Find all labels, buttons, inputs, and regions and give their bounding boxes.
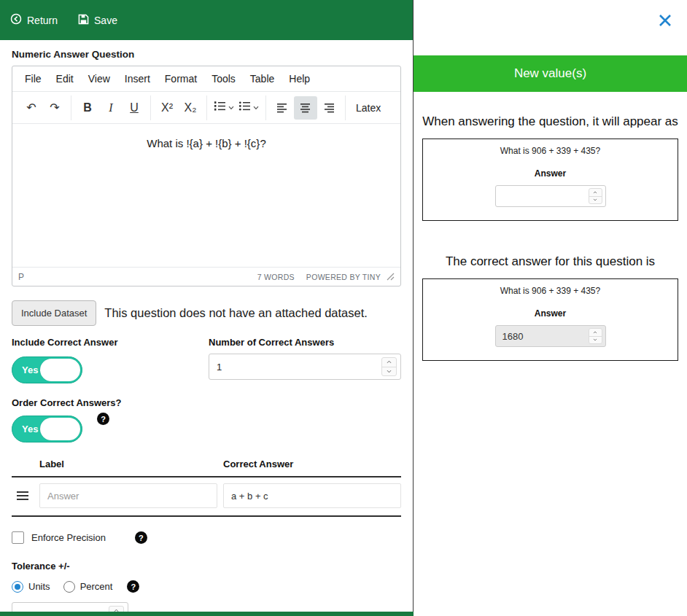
enforce-precision-label: Enforce Precision [31,532,106,543]
undo-icon[interactable]: ↶ [20,96,43,120]
toggle-knob [40,359,80,381]
editor-menubar: File Edit View Insert Format Tools Table… [12,66,400,92]
units-radio[interactable] [12,581,23,593]
editor-topbar: Return Save [0,0,413,40]
stepper-up-icon[interactable] [589,189,602,197]
include-correct-answer-toggle[interactable]: Yes [12,356,82,383]
save-button[interactable]: Save [78,14,117,27]
close-icon[interactable] [656,12,674,29]
dataset-section: Include Dataset This question does not h… [12,300,401,326]
include-correct-answer-label: Include Correct Answer [12,337,209,348]
number-of-correct-answers-input[interactable] [209,362,381,373]
return-icon [10,13,22,27]
richtext-editor: File Edit View Insert Format Tools Table… [12,66,401,286]
enforce-precision-checkbox[interactable] [12,531,24,544]
page-title: Numeric Answer Question [12,49,401,60]
dataset-message: This question does not have an attached … [104,306,368,320]
underline-button[interactable]: U [123,96,146,120]
stepper-down-icon [589,337,602,344]
answers-table-header: Label Correct Answer [12,459,401,477]
toggle-state-label: Yes [22,364,38,375]
correct-answer-preview-box: What is 906 + 339 + 435? Answer [422,278,678,361]
appear-heading: When answering the question, it will app… [414,114,687,129]
order-toggle-row: Yes ? [12,408,401,442]
help-icon[interactable]: ? [135,531,147,544]
subscript-button[interactable]: X₂ [179,96,202,120]
help-icon[interactable]: ? [127,580,139,593]
editor-content[interactable]: What is !{a} + !{b} + !{c}? [12,124,400,267]
preview-correct-answer-field [495,325,606,347]
latex-button[interactable]: Latex [350,96,387,120]
menu-table[interactable]: Table [244,70,281,87]
menu-file[interactable]: File [18,70,48,87]
return-label: Return [27,15,58,26]
menu-insert[interactable]: Insert [118,70,157,87]
element-path[interactable]: P [18,272,257,282]
preview-question-text: What is 906 + 339 + 435? [430,146,670,156]
resize-handle-icon[interactable] [387,273,395,281]
correct-answer-input[interactable] [223,483,401,508]
preview-answer-input[interactable] [496,191,589,202]
toggle-state-label: Yes [22,424,38,434]
percent-radio[interactable] [63,581,75,593]
preview-answer-label: Answer [430,308,670,319]
answer-label-input[interactable] [39,483,217,508]
chevron-down-icon [228,106,234,110]
stepper-down-icon[interactable] [589,197,602,204]
table-row [12,477,401,517]
stepper-down-icon[interactable] [382,367,396,376]
return-button[interactable]: Return [10,13,58,27]
editor-toolbar: ↶ ↷ B I U X² X₂ [12,92,400,124]
menu-view[interactable]: View [82,70,117,87]
order-correct-answers-toggle[interactable]: Yes [12,416,82,442]
correct-answer-column-header: Correct Answer [223,459,401,469]
menu-format[interactable]: Format [158,70,203,87]
bottom-green-bar [0,612,414,616]
number-of-correct-answers-field [209,354,401,380]
menu-edit[interactable]: Edit [50,70,80,87]
tolerance-label: Tolerance +/- [12,561,401,572]
stepper-control[interactable] [589,188,602,204]
italic-button[interactable]: I [99,96,123,120]
preview-correct-answer-input [496,331,589,342]
new-values-banner: New value(s) [414,55,687,92]
numbered-list-button[interactable] [211,96,236,120]
preview-panel: New value(s) When answering the question… [414,0,687,616]
label-column-header: Label [39,459,217,469]
menu-tools[interactable]: Tools [205,70,242,87]
save-icon [78,14,89,27]
superscript-button[interactable]: X² [155,96,179,120]
number-of-correct-answers-label: Number of Correct Answers [209,337,401,348]
question-editor-panel: Return Save Numeric Answer Question File… [0,0,414,616]
order-correct-answers-label: Order Correct Answers? [12,397,401,408]
align-left-button[interactable] [271,96,294,120]
bullet-list-icon [238,101,251,114]
preview-answer-field [495,185,606,207]
question-preview-box: What is 906 + 339 + 435? Answer [422,139,678,221]
menu-help[interactable]: Help [282,70,317,87]
toggle-knob [40,418,80,440]
powered-by-tiny: POWERED BY TINY [306,273,381,281]
preview-header [414,0,687,55]
stepper-control[interactable] [381,357,397,376]
save-label: Save [94,15,117,26]
drag-handle-icon[interactable] [12,491,34,501]
include-dataset-button[interactable]: Include Dataset [12,300,96,326]
preview-question-text: What is 906 + 339 + 435? [430,286,670,296]
units-radio-label: Units [28,581,50,592]
align-right-button[interactable] [317,96,341,120]
align-center-button[interactable] [294,96,317,120]
correct-answer-settings: Include Correct Answer Yes Number of Cor… [12,337,401,383]
question-text: What is !{a} + !{b} + !{c}? [12,137,400,149]
bold-button[interactable]: B [76,96,99,120]
stepper-up-icon [589,329,602,337]
preview-answer-label: Answer [430,168,670,179]
tolerance-unit-options: Units Percent ? [12,580,401,593]
help-icon[interactable]: ? [97,413,109,425]
stepper-control [589,328,602,344]
redo-icon[interactable]: ↷ [43,96,66,120]
stepper-up-icon[interactable] [382,358,396,367]
numbered-list-icon [214,101,226,114]
word-count[interactable]: 7 WORDS [257,273,295,281]
bullet-list-button[interactable] [236,96,261,120]
